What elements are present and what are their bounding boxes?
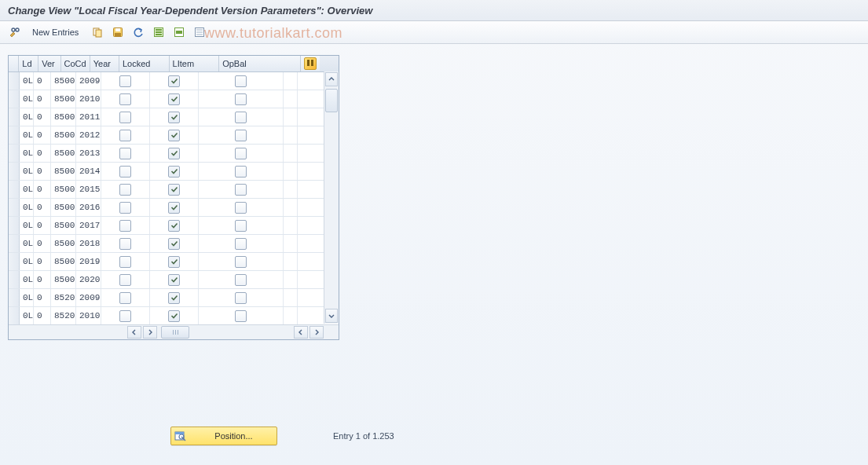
checkbox[interactable] xyxy=(235,202,247,214)
row-selector[interactable] xyxy=(9,163,20,180)
checkbox[interactable] xyxy=(119,238,131,250)
scroll-thumb[interactable] xyxy=(325,89,338,112)
checkbox[interactable] xyxy=(168,274,180,286)
checkbox[interactable] xyxy=(119,184,131,196)
cell-locked[interactable] xyxy=(101,181,150,198)
configure-columns-button[interactable] xyxy=(301,56,320,71)
checkbox[interactable] xyxy=(235,75,247,87)
cell-locked[interactable] xyxy=(101,126,150,144)
cell-opbal[interactable] xyxy=(199,181,284,198)
column-drag-handle[interactable] xyxy=(161,326,189,339)
checkbox[interactable] xyxy=(235,112,247,123)
scroll-up-button[interactable] xyxy=(325,72,338,86)
deselect-all-button[interactable] xyxy=(191,24,208,41)
checkbox[interactable] xyxy=(168,75,180,87)
cell-locked[interactable] xyxy=(101,235,150,252)
cell-opbal[interactable] xyxy=(199,126,284,144)
checkbox[interactable] xyxy=(168,238,180,250)
checkbox[interactable] xyxy=(119,256,131,268)
checkbox[interactable] xyxy=(235,130,247,141)
cell-litem[interactable] xyxy=(150,307,199,324)
cell-opbal[interactable] xyxy=(199,145,284,162)
col-cocd[interactable]: CoCd xyxy=(61,56,90,71)
cell-litem[interactable] xyxy=(150,253,199,270)
checkbox[interactable] xyxy=(235,166,247,178)
checkbox[interactable] xyxy=(168,256,180,268)
checkbox[interactable] xyxy=(119,130,131,141)
cell-locked[interactable] xyxy=(101,72,150,90)
cell-locked[interactable] xyxy=(101,271,150,288)
cell-opbal[interactable] xyxy=(199,163,284,180)
cell-litem[interactable] xyxy=(150,72,199,90)
col-locked[interactable]: Locked xyxy=(119,56,170,71)
checkbox[interactable] xyxy=(235,184,247,196)
vertical-scrollbar[interactable] xyxy=(324,71,339,324)
checkbox[interactable] xyxy=(119,202,131,214)
checkbox[interactable] xyxy=(168,220,180,232)
checkbox[interactable] xyxy=(119,220,131,232)
col-select[interactable] xyxy=(9,56,19,71)
checkbox[interactable] xyxy=(235,220,247,232)
cell-litem[interactable] xyxy=(150,145,199,162)
col-ver[interactable]: Ver xyxy=(38,56,60,71)
cell-locked[interactable] xyxy=(101,199,150,216)
select-block-button[interactable] xyxy=(170,24,188,41)
checkbox[interactable] xyxy=(119,93,131,105)
scroll-track[interactable] xyxy=(325,86,338,309)
cell-litem[interactable] xyxy=(150,271,199,288)
toggle-edit-button[interactable] xyxy=(6,24,24,41)
checkbox[interactable] xyxy=(168,184,180,196)
cell-litem[interactable] xyxy=(150,181,199,198)
checkbox[interactable] xyxy=(235,238,247,250)
row-selector[interactable] xyxy=(9,271,20,288)
checkbox[interactable] xyxy=(119,292,131,304)
cell-opbal[interactable] xyxy=(199,217,284,234)
cell-opbal[interactable] xyxy=(199,271,284,288)
checkbox[interactable] xyxy=(119,148,131,159)
row-selector[interactable] xyxy=(9,307,20,324)
checkbox[interactable] xyxy=(168,112,180,123)
row-selector[interactable] xyxy=(9,253,20,270)
checkbox[interactable] xyxy=(235,148,247,159)
cell-litem[interactable] xyxy=(150,126,199,144)
row-selector[interactable] xyxy=(9,126,20,144)
checkbox[interactable] xyxy=(235,310,247,322)
scroll-right-button-2[interactable] xyxy=(309,326,324,339)
checkbox[interactable] xyxy=(119,310,131,322)
cell-opbal[interactable] xyxy=(199,307,284,324)
checkbox[interactable] xyxy=(235,292,247,304)
cell-opbal[interactable] xyxy=(199,108,284,126)
col-year[interactable]: Year xyxy=(90,56,119,71)
copy-button[interactable] xyxy=(89,24,106,41)
checkbox[interactable] xyxy=(168,130,180,141)
cell-locked[interactable] xyxy=(101,108,150,126)
cell-opbal[interactable] xyxy=(199,90,284,108)
checkbox[interactable] xyxy=(168,148,180,159)
checkbox[interactable] xyxy=(119,75,131,87)
cell-locked[interactable] xyxy=(101,217,150,234)
cell-locked[interactable] xyxy=(101,253,150,270)
row-selector[interactable] xyxy=(9,145,20,162)
checkbox[interactable] xyxy=(168,310,180,322)
cell-opbal[interactable] xyxy=(199,72,284,90)
cell-litem[interactable] xyxy=(150,217,199,234)
row-selector[interactable] xyxy=(9,235,20,252)
checkbox[interactable] xyxy=(168,166,180,178)
cell-locked[interactable] xyxy=(101,90,150,108)
checkbox[interactable] xyxy=(168,292,180,304)
scroll-left-button[interactable] xyxy=(127,326,141,339)
checkbox[interactable] xyxy=(119,112,131,123)
cell-opbal[interactable] xyxy=(199,253,284,270)
new-entries-button[interactable]: New Entries xyxy=(27,24,84,41)
row-selector[interactable] xyxy=(9,289,20,306)
row-selector[interactable] xyxy=(9,90,20,108)
undo-button[interactable] xyxy=(130,24,147,41)
cell-litem[interactable] xyxy=(150,163,199,180)
checkbox[interactable] xyxy=(119,274,131,286)
cell-litem[interactable] xyxy=(150,235,199,252)
cell-locked[interactable] xyxy=(101,289,150,306)
cell-opbal[interactable] xyxy=(199,289,284,306)
checkbox[interactable] xyxy=(119,166,131,178)
cell-locked[interactable] xyxy=(101,145,150,162)
checkbox[interactable] xyxy=(235,93,247,105)
